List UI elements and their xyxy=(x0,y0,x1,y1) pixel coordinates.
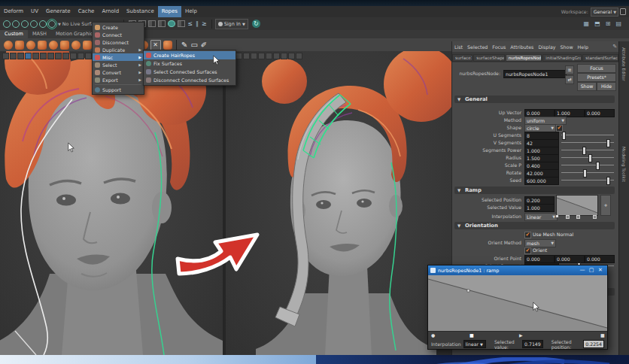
ramp-marker-selected[interactable]: ■ xyxy=(469,333,474,338)
curve-draw-icon[interactable]: ✐ xyxy=(201,41,207,49)
menu-deform[interactable]: Deform xyxy=(0,6,27,17)
menu-ropes[interactable]: Ropes xyxy=(158,6,181,17)
close-icon[interactable]: ✕ xyxy=(596,265,605,275)
maximize-icon[interactable]: ▢ xyxy=(587,265,596,275)
presets-button[interactable]: Presets* xyxy=(577,73,616,82)
shelf-tool-icon[interactable] xyxy=(4,41,13,50)
ae-menu-show[interactable]: Show xyxy=(558,44,576,50)
ae-tab-surface[interactable]: surface1 xyxy=(452,54,473,62)
vp-icon[interactable] xyxy=(17,53,24,59)
vp-icon[interactable] xyxy=(2,53,9,59)
menu-item-misc[interactable]: Misc▶ xyxy=(93,53,144,61)
section-ramp[interactable]: ▼Ramp xyxy=(454,187,615,194)
vp-icon[interactable] xyxy=(85,53,92,59)
node-list-icon-button[interactable]: ≡ xyxy=(565,65,574,74)
side-tab-modeling-toolkit[interactable]: Modeling Toolkit xyxy=(621,147,626,182)
menu-item-disconnect[interactable]: Disconnect xyxy=(93,38,144,46)
hide-button[interactable]: Hide xyxy=(597,82,616,91)
segments-power-slider[interactable] xyxy=(561,147,614,153)
ramp-preview[interactable] xyxy=(556,195,598,216)
snap-plane-icon[interactable] xyxy=(30,20,38,28)
vp-icon[interactable] xyxy=(40,53,47,59)
viewport-after[interactable] xyxy=(226,51,451,355)
node-swap-icon-button[interactable]: ⇄ xyxy=(565,75,574,84)
vp-icon[interactable] xyxy=(235,53,242,59)
ramp-expand-button[interactable]: + xyxy=(600,195,611,216)
lock-icon[interactable] xyxy=(620,8,626,15)
rotate-slider[interactable] xyxy=(561,169,614,176)
shelf-tab-mash[interactable]: MASH xyxy=(28,30,51,38)
v-segments-slider[interactable] xyxy=(561,139,614,146)
section-orientation[interactable]: ▼Orientation xyxy=(454,222,615,229)
menu-item-convert[interactable]: Convert▶ xyxy=(93,68,144,76)
scale-p-slider[interactable] xyxy=(561,162,614,168)
vp-icon[interactable] xyxy=(55,53,62,59)
outliner-icon[interactable]: ⬒ xyxy=(594,20,600,27)
menu-substance[interactable]: Substance xyxy=(123,6,158,17)
vp-icon[interactable] xyxy=(70,53,77,59)
shelf-tool-icon[interactable] xyxy=(83,41,92,50)
menu-item-duplicate[interactable]: Duplicate▶ xyxy=(93,46,144,53)
snap-curve-icon[interactable] xyxy=(12,20,20,28)
sync-icon[interactable]: ↻ xyxy=(252,20,260,28)
submenu-item-fix-surfaces[interactable]: Fix Surfaces xyxy=(144,59,235,68)
ramp-selected-value-field[interactable]: 0.7149 xyxy=(522,340,543,348)
vp-icon[interactable] xyxy=(243,53,250,59)
shelf-tool-icon[interactable] xyxy=(163,41,172,50)
menu-item-export[interactable]: Export▶ xyxy=(93,76,144,83)
minimize-icon[interactable]: — xyxy=(578,265,587,275)
snap-grid-icon[interactable] xyxy=(3,20,11,28)
ae-menu-list[interactable]: List xyxy=(452,44,465,50)
seed-field[interactable]: 600.000 xyxy=(524,177,559,185)
section-general[interactable]: ▼General xyxy=(454,96,615,103)
sign-in-control[interactable]: Sign In ▼ xyxy=(215,19,248,29)
menu-help[interactable]: Help xyxy=(181,6,201,17)
ramp-preview-markers[interactable] xyxy=(556,215,597,219)
menu-cache[interactable]: Cache xyxy=(74,6,99,17)
chevron-down-icon[interactable]: ▼ xyxy=(58,22,61,26)
shelf-tool-icon[interactable] xyxy=(38,41,47,50)
curve-plane-icon[interactable]: ▭ xyxy=(190,41,197,49)
vp-icon[interactable] xyxy=(288,53,295,59)
shelf-tool-icon[interactable] xyxy=(26,41,35,50)
vp-icon[interactable] xyxy=(32,53,39,59)
vp-icon[interactable] xyxy=(258,53,265,59)
vp-icon[interactable] xyxy=(77,53,84,59)
shelf-tool-icon[interactable] xyxy=(15,41,24,50)
menu-arnold[interactable]: Arnold xyxy=(98,6,123,17)
radius-slider[interactable] xyxy=(561,154,614,161)
focus-button[interactable]: Focus xyxy=(577,64,616,73)
ae-tab-nurbsropesnode[interactable]: nurbsRopesNode1 xyxy=(506,54,542,62)
submenu-item-select-connected[interactable]: Select Connected Surfaces xyxy=(144,68,235,76)
snap-view-icon[interactable] xyxy=(39,20,47,28)
shelf-tab-custom[interactable]: Custom xyxy=(0,30,28,38)
shelf-tool-icon[interactable] xyxy=(49,41,58,50)
node-name-field[interactable]: nurbsRopesNode1 xyxy=(503,70,567,78)
ramp-marker[interactable]: ▶ xyxy=(519,333,523,338)
ramp-selected-position-field[interactable]: 0.2254 xyxy=(583,340,604,348)
snap-point-icon[interactable] xyxy=(21,20,29,28)
ramp-marker[interactable]: ■ xyxy=(600,333,605,338)
viewport-before[interactable] xyxy=(0,51,223,355)
ramp-curve-area[interactable] xyxy=(428,275,607,331)
playback-fwd-icon[interactable]: ≥ xyxy=(202,20,207,27)
vp-icon[interactable] xyxy=(10,53,17,59)
vp-icon[interactable] xyxy=(273,53,280,59)
shelf-delete-icon[interactable]: ✕ xyxy=(150,40,161,50)
ae-menu-attributes[interactable]: Attributes xyxy=(508,44,536,50)
layout-outliner-icon[interactable] xyxy=(158,20,166,27)
ae-tab-standardsurface[interactable]: standardSurface1 xyxy=(582,54,618,62)
orient-checkbox[interactable]: ✔ xyxy=(524,247,531,254)
vp-icon[interactable] xyxy=(62,53,69,59)
ae-tab-shadinggroup[interactable]: initialShadingGroup xyxy=(542,54,582,62)
use-mesh-normal-checkbox[interactable]: ✔ xyxy=(524,232,531,238)
attribute-editor-icon[interactable]: ▤ xyxy=(615,20,621,27)
submenu-item-disconnect-connected[interactable]: Disconnect Connected Surfaces xyxy=(144,76,235,84)
ae-menu-selected[interactable]: Selected xyxy=(465,44,490,50)
shape-checkbox[interactable]: ✔ xyxy=(556,125,563,132)
ramp-interpolation-dropdown[interactable]: linear ▼ xyxy=(463,340,486,348)
menu-uv[interactable]: UV xyxy=(27,6,42,17)
vp-icon[interactable] xyxy=(266,53,272,59)
vp-icon[interactable] xyxy=(281,53,287,59)
show-button[interactable]: Show xyxy=(577,82,597,91)
